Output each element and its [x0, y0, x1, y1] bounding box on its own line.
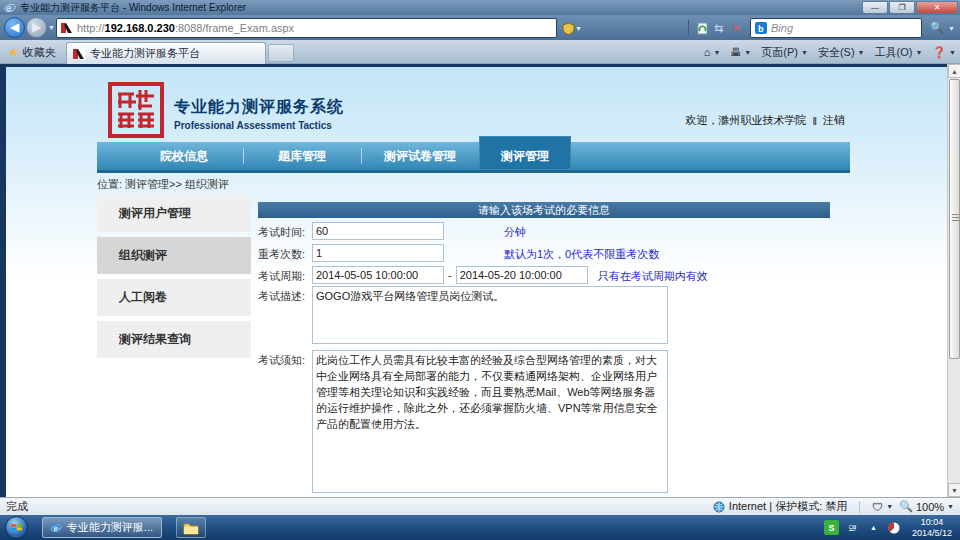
site-favicon: [61, 22, 73, 34]
taskbar-ie-button[interactable]: e 专业能力测评服...: [42, 517, 162, 538]
notice-label: 考试须知:: [258, 350, 312, 368]
favorites-button[interactable]: ★ 收藏夹: [2, 42, 62, 62]
site-logo-text: 专业能力测评服务系统 Professional Assessment Tacti…: [174, 97, 344, 131]
duration-hint: 分钟: [504, 222, 526, 240]
retake-input[interactable]: [312, 244, 444, 262]
nav-item-paper-management[interactable]: 测评试卷管理: [361, 142, 479, 170]
welcome-separator: ‖: [812, 115, 817, 127]
nav-item-school-info[interactable]: 院校信息: [125, 142, 243, 170]
command-bar: ⌂▼ 🖶▼ 页面(P)▼ 安全(S)▼ 工具(O)▼ ❓▼: [704, 42, 956, 62]
sidebar-item-user-management[interactable]: 测评用户管理: [97, 195, 251, 232]
tools-menu[interactable]: 工具(O)▼: [875, 45, 923, 60]
search-icon[interactable]: 🔍: [930, 21, 944, 34]
tab-current[interactable]: 专业能力测评服务平台: [66, 42, 266, 64]
favorites-label: 收藏夹: [23, 45, 56, 60]
maximize-button[interactable]: ❐: [889, 1, 915, 14]
search-box[interactable]: b Bing: [750, 18, 922, 38]
globe-icon: [713, 501, 725, 513]
main-nav: 院校信息 题库管理 测评试卷管理 测评管理: [97, 142, 850, 173]
start-button[interactable]: [5, 516, 28, 539]
description-label: 考试描述:: [258, 286, 312, 304]
security-zone: Internet | 保护模式: 禁用: [713, 499, 847, 514]
zoom-level: 100%: [916, 501, 944, 513]
welcome-text: 欢迎，滁州职业技术学院: [685, 113, 806, 128]
tray-network-icon[interactable]: 🖳: [845, 520, 860, 535]
forward-icon[interactable]: ▶: [26, 17, 47, 38]
print-button[interactable]: 🖶▼: [730, 46, 751, 58]
page-viewport: 专业能力测评服务系统 Professional Assessment Tacti…: [0, 64, 960, 497]
retake-label: 重考次数:: [258, 244, 312, 262]
page-content: 专业能力测评服务系统 Professional Assessment Tacti…: [6, 67, 947, 497]
protected-mode-button[interactable]: 🛡▼: [872, 501, 893, 513]
zoom-icon: 🔍: [899, 500, 913, 513]
windows-flag-icon: [10, 521, 23, 534]
nav-item-assessment-management[interactable]: 测评管理: [479, 136, 571, 170]
scrollbar-thumb[interactable]: [949, 79, 960, 359]
close-button[interactable]: ✕: [916, 1, 958, 14]
retake-hint: 默认为1次，0代表不限重考次数: [504, 244, 659, 262]
breadcrumb: 位置: 测评管理>> 组织测评: [97, 177, 229, 192]
zone-text: Internet | 保护模式: 禁用: [729, 499, 847, 514]
form-row-retake: 重考次数: 默认为1次，0代表不限重考次数: [258, 244, 659, 262]
sidebar-item-result-query[interactable]: 测评结果查询: [97, 321, 251, 358]
address-field[interactable]: http://192.168.0.230:8088/frame_Exam.asp…: [56, 18, 557, 38]
clock-time: 10:04: [912, 517, 952, 528]
help-button[interactable]: ❓▼: [932, 46, 956, 59]
window-title: 专业能力测评服务平台 - Windows Internet Explorer: [20, 1, 246, 15]
home-button[interactable]: ⌂▼: [704, 46, 721, 58]
scroll-up-icon[interactable]: ▲: [948, 64, 960, 78]
scroll-down-icon[interactable]: ▼: [948, 483, 960, 497]
clock-date: 2014/5/12: [912, 528, 952, 539]
new-tab-button[interactable]: [268, 44, 294, 62]
description-textarea[interactable]: GOGO游戏平台网络管理员岗位测试。: [312, 286, 668, 344]
period-end-input[interactable]: [456, 266, 588, 284]
logout-link[interactable]: 注销: [823, 113, 845, 128]
welcome-bar: 欢迎，滁州职业技术学院 ‖ 注销: [685, 113, 845, 128]
period-start-input[interactable]: [312, 266, 444, 284]
form-row-description: 考试描述: GOGO游戏平台网络管理员岗位测试。: [258, 286, 668, 344]
notice-textarea[interactable]: 此岗位工作人员需具有比较丰富的经验及综合型网络管理的素质，对大中企业网络具有全局…: [312, 350, 668, 493]
period-separator: -: [444, 266, 456, 281]
site-title: 专业能力测评服务系统: [174, 97, 344, 118]
duration-label: 考试时间:: [258, 222, 312, 240]
status-text: 完成: [6, 499, 28, 514]
tray-sound-icon[interactable]: [887, 520, 902, 535]
tab-title: 专业能力测评服务平台: [90, 46, 200, 61]
page-scrollbar[interactable]: ▲ ▼: [947, 64, 960, 497]
window-titlebar: e 专业能力测评服务平台 - Windows Internet Explorer…: [0, 0, 960, 15]
svg-text:b: b: [758, 24, 764, 34]
form-row-notice: 考试须知: 此岗位工作人员需具有比较丰富的经验及综合型网络管理的素质，对大中企业…: [258, 350, 668, 493]
safety-menu[interactable]: 安全(S)▼: [818, 45, 865, 60]
tray-show-hidden-icons[interactable]: ▲: [866, 520, 881, 535]
folder-icon: [183, 521, 199, 535]
ie-logo-icon: e: [4, 2, 16, 14]
minimize-button[interactable]: —: [862, 1, 888, 14]
compatibility-view-icon[interactable]: ▼: [562, 19, 582, 37]
taskbar-explorer-button[interactable]: [176, 517, 206, 538]
taskbar-clock[interactable]: 10:04 2014/5/12: [912, 517, 952, 539]
sidebar-item-organize-assessment[interactable]: 组织测评: [97, 237, 251, 274]
system-tray: S 🖳 ▲ 10:04 2014/5/12: [824, 517, 956, 539]
history-dropdown-icon[interactable]: ▼: [48, 24, 55, 31]
go-icon[interactable]: ⇆: [714, 19, 723, 37]
page-menu[interactable]: 页面(P)▼: [761, 45, 808, 60]
tab-favicon: [73, 48, 85, 60]
stop-icon[interactable]: ✕: [732, 19, 741, 37]
period-label: 考试周期:: [258, 266, 312, 284]
help-icon: ❓: [932, 46, 946, 59]
home-icon: ⌂: [704, 46, 711, 58]
site-subtitle: Professional Assessment Tactics: [174, 120, 344, 131]
duration-input[interactable]: [312, 222, 444, 240]
sidebar-item-manual-grading[interactable]: 人工阅卷: [97, 279, 251, 316]
form-row-duration: 考试时间: 分钟: [258, 222, 526, 240]
status-bar: 完成 Internet | 保护模式: 禁用 🛡▼ 🔍 100% ▼: [0, 497, 960, 515]
zoom-control[interactable]: 🔍 100% ▼: [899, 500, 954, 513]
form-header: 请输入该场考试的必要信息: [258, 202, 830, 218]
tray-ime-icon[interactable]: S: [824, 520, 839, 535]
taskbar: e 专业能力测评服... S 🖳 ▲ 10:04 2014/5/12: [0, 515, 960, 540]
nav-item-question-bank[interactable]: 题库管理: [243, 142, 361, 170]
back-icon[interactable]: ◀: [4, 17, 25, 38]
refresh-icon[interactable]: [696, 19, 709, 37]
search-dropdown-icon[interactable]: ▼: [948, 25, 955, 32]
taskbar-ie-label: 专业能力测评服...: [67, 520, 153, 535]
